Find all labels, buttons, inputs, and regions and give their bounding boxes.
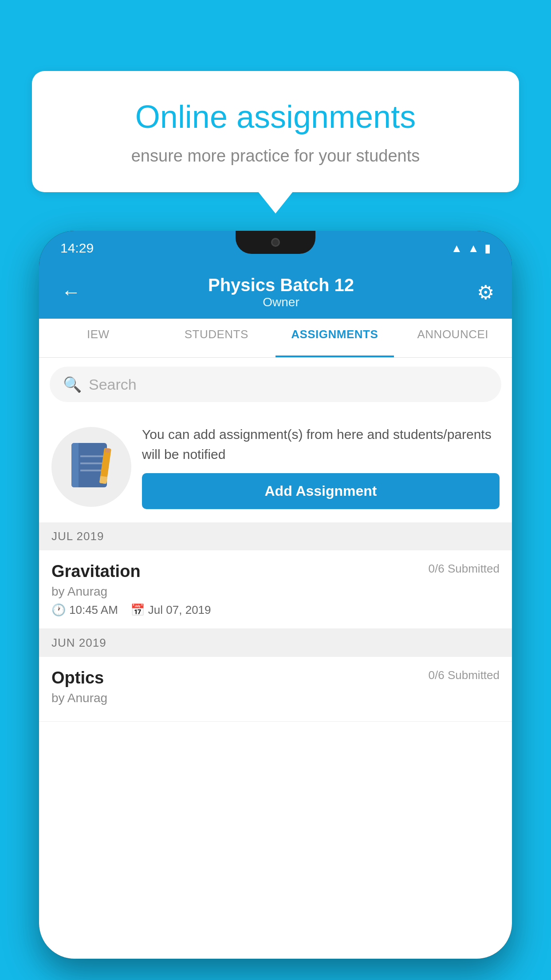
settings-button[interactable]: ⚙ [477, 281, 494, 304]
phone-notch [236, 231, 315, 254]
search-bar-wrap: 🔍 Search [39, 358, 512, 411]
assignment-item-optics[interactable]: Optics 0/6 Submitted by Anurag [39, 657, 512, 722]
header-subtitle: Owner [208, 295, 354, 309]
assignment-by: by Anurag [51, 585, 500, 599]
assignment-by-optics: by Anurag [51, 691, 500, 705]
wifi-icon: ▲ [451, 241, 463, 255]
app-header: ← Physics Batch 12 Owner ⚙ [39, 265, 512, 319]
assignment-time: 🕐 10:45 AM [51, 603, 118, 617]
header-title: Physics Batch 12 [208, 275, 354, 295]
assignment-meta: 🕐 10:45 AM 📅 Jul 07, 2019 [51, 603, 500, 617]
assignment-submitted-optics: 0/6 Submitted [429, 668, 500, 682]
section-header-jul: JUL 2019 [39, 522, 512, 550]
search-placeholder: Search [89, 376, 137, 393]
phone-frame: 14:29 ▲ ▲ ▮ ← Physics Batch 12 Owner ⚙ I… [39, 231, 512, 959]
phone-camera [271, 238, 280, 247]
tab-students[interactable]: STUDENTS [157, 319, 276, 357]
speech-bubble: Online assignments ensure more practice … [32, 71, 519, 192]
assignment-name-optics: Optics [51, 668, 104, 688]
section-header-jun: JUN 2019 [39, 629, 512, 657]
tab-assignments[interactable]: ASSIGNMENTS [276, 319, 394, 357]
assignment-item-header-optics: Optics 0/6 Submitted [51, 668, 500, 688]
status-bar: 14:29 ▲ ▲ ▮ [39, 231, 512, 265]
tab-iew[interactable]: IEW [39, 319, 157, 357]
phone-content: 🔍 Search [39, 358, 512, 959]
back-button[interactable]: ← [57, 277, 85, 308]
search-icon: 🔍 [63, 375, 82, 393]
speech-bubble-title: Online assignments [63, 98, 488, 136]
assignment-date: 📅 Jul 07, 2019 [130, 603, 211, 617]
assignment-item-header: Gravitation 0/6 Submitted [51, 562, 500, 581]
clock-icon: 🕐 [51, 603, 66, 617]
tab-announcements[interactable]: ANNOUNCEI [394, 319, 512, 357]
status-icons: ▲ ▲ ▮ [451, 241, 491, 255]
status-time: 14:29 [60, 241, 94, 256]
signal-icon: ▲ [468, 241, 479, 255]
tab-bar: IEW STUDENTS ASSIGNMENTS ANNOUNCEI [39, 319, 512, 358]
add-assignment-button[interactable]: Add Assignment [142, 473, 500, 509]
assignment-submitted: 0/6 Submitted [429, 562, 500, 576]
info-text: You can add assignment(s) from here and … [142, 424, 500, 464]
info-right: You can add assignment(s) from here and … [142, 424, 500, 509]
search-bar[interactable]: 🔍 Search [50, 367, 501, 402]
assignment-icon-circle [51, 427, 131, 507]
assignment-item-gravitation[interactable]: Gravitation 0/6 Submitted by Anurag 🕐 10… [39, 550, 512, 629]
battery-icon: ▮ [484, 241, 491, 255]
calendar-icon: 📅 [130, 603, 145, 617]
info-box: You can add assignment(s) from here and … [39, 411, 512, 522]
header-title-group: Physics Batch 12 Owner [208, 275, 354, 309]
speech-bubble-subtitle: ensure more practice for your students [63, 146, 488, 166]
speech-bubble-container: Online assignments ensure more practice … [32, 71, 519, 192]
assignment-name: Gravitation [51, 562, 141, 581]
